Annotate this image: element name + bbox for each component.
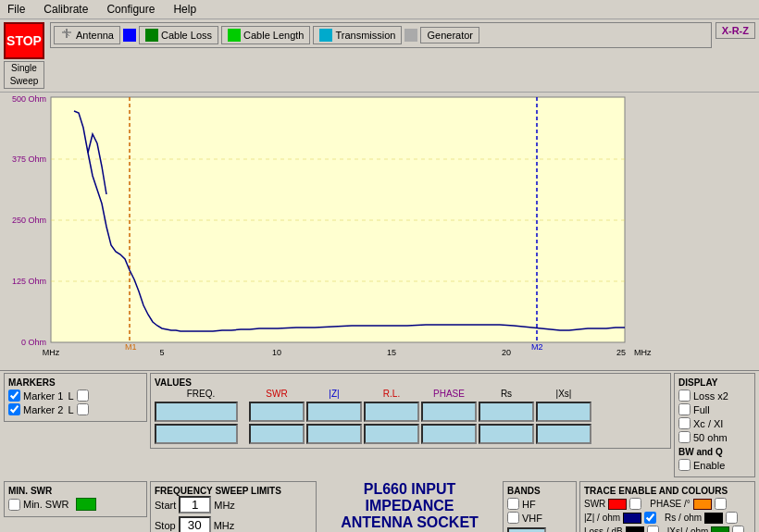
cable-length-icon	[228, 29, 241, 42]
menu-bar: File Calibrate Configure Help	[0, 0, 759, 19]
svg-rect-3	[51, 97, 625, 342]
loss-x2-label: Loss x2	[693, 390, 728, 402]
marker2-checkbox[interactable]	[8, 403, 20, 415]
svg-text:10: 10	[272, 348, 281, 357]
svg-text:M2: M2	[531, 342, 543, 352]
svg-text:MHz: MHz	[43, 348, 60, 357]
menu-calibrate[interactable]: Calibrate	[40, 2, 92, 17]
main-subtitle: ANTENNA SOCKET	[341, 514, 479, 531]
iz-trace-checkbox[interactable]	[644, 512, 656, 524]
freq-header: FREQ.	[155, 388, 247, 400]
marker2-l-checkbox[interactable]	[77, 403, 89, 415]
stop-unit: MHz	[214, 520, 235, 531]
marker1-iz[interactable]: 435.01	[306, 402, 362, 422]
freq-sweep-title: FREQUENCY SWEEP LIMITS	[155, 486, 312, 496]
ixs-trace-checkbox[interactable]	[732, 526, 744, 532]
menu-file[interactable]: File	[4, 2, 29, 17]
tab-cable-loss[interactable]: Cable Loss	[139, 26, 218, 44]
bands-title: BANDS	[507, 486, 572, 496]
trace-panel: TRACE ENABLE AND COLOURS SWR PHASE /° |Z…	[579, 481, 755, 532]
svg-text:15: 15	[387, 348, 396, 357]
rs-header: Rs	[479, 388, 534, 400]
chart-container: 500 Ohm 375 Ohm 250 Ohm 125 Ohm 0 Ohm 5 …	[0, 93, 759, 370]
tab-transmission[interactable]: Transmission	[313, 26, 402, 44]
freq-sweep-panel: FREQUENCY SWEEP LIMITS Start MHz Stop MH…	[150, 481, 317, 532]
tab-antenna[interactable]: Antenna	[54, 26, 120, 44]
svg-text:125 Ohm: 125 Ohm	[12, 277, 46, 286]
marker1-row: Marker 1 L	[8, 390, 143, 402]
values-panel: VALUES FREQ. SWR |Z| R.L. PHASE Rs |Xs| …	[150, 373, 671, 449]
tab-cable-length-label: Cable Length	[243, 30, 304, 41]
marker1-ixs	[536, 402, 591, 422]
loss-trace-checkbox[interactable]	[647, 526, 659, 532]
trace-rs-label: Rs / ohm	[665, 513, 702, 523]
loss-x2-checkbox[interactable]	[678, 390, 691, 402]
phase-color-box	[693, 499, 712, 510]
marker1-swr	[249, 402, 305, 422]
bw-q-label: BW and Q	[678, 447, 751, 457]
full-label: Full	[693, 404, 710, 415]
single-sweep-button[interactable]: Single Sweep	[4, 61, 44, 89]
svg-text:M1: M1	[125, 342, 137, 352]
stop-label: Stop	[155, 520, 176, 531]
swr-header: SWR	[249, 388, 305, 400]
xrz-label: X-R-Z	[715, 22, 755, 39]
svg-text:5: 5	[159, 348, 164, 357]
menu-help[interactable]: Help	[169, 2, 200, 17]
full-checkbox[interactable]	[678, 403, 691, 415]
marker1-l-checkbox[interactable]	[77, 390, 89, 402]
marker2-ixs	[536, 424, 591, 444]
svg-text:MHz: MHz	[634, 348, 652, 357]
rl-header: R.L.	[364, 388, 419, 400]
menu-configure[interactable]: Configure	[103, 2, 158, 17]
antenna-color	[123, 29, 136, 42]
svg-text:375 Ohm: 375 Ohm	[12, 155, 46, 164]
tab-generator[interactable]: Generator	[420, 27, 479, 43]
title-area: PL660 INPUT IMPEDANCE ANTENNA SOCKET	[319, 481, 500, 531]
ohm50-checkbox[interactable]	[678, 431, 691, 443]
trace-ixs-label: |Xs| / ohm	[667, 526, 709, 532]
xc-xl-label: Xc / XI	[693, 418, 723, 429]
tab-generator-label: Generator	[427, 30, 473, 41]
marker1-freq[interactable]: 2,160,000	[155, 402, 238, 422]
enable-label: Enable	[693, 460, 725, 471]
trace-iz-label: |Z| / ohm	[584, 513, 620, 523]
marker2-freq[interactable]: 23,272,000	[155, 424, 238, 444]
xc-xl-checkbox[interactable]	[678, 417, 691, 429]
tab-cable-loss-label: Cable Loss	[161, 30, 212, 41]
marker1-l: L	[68, 390, 73, 402]
trace-phase-label: PHASE /°	[650, 499, 690, 509]
svg-text:250 Ohm: 250 Ohm	[12, 216, 46, 225]
tab-antenna-label: Antenna	[76, 30, 114, 41]
steps-display: 500 Steps	[507, 527, 546, 532]
stop-value[interactable]	[179, 516, 211, 532]
stop-button[interactable]: STOP	[4, 22, 44, 59]
marker2-iz[interactable]: 33.92	[306, 424, 362, 444]
min-swr-checkbox[interactable]	[8, 499, 20, 511]
marker2-phase	[421, 424, 477, 444]
svg-text:25: 25	[616, 348, 626, 357]
vhf-checkbox[interactable]	[507, 512, 519, 524]
tab-cable-length[interactable]: Cable Length	[221, 26, 310, 44]
min-swr-color	[76, 498, 96, 511]
marker2-l: L	[68, 404, 73, 415]
hf-checkbox[interactable]	[507, 498, 519, 510]
marker1-rs	[479, 402, 534, 422]
display-title: DISPLAY	[678, 377, 751, 388]
start-value[interactable]	[179, 496, 211, 513]
iz-header: |Z|	[306, 388, 362, 400]
trace-loss-label: Loss / dB	[584, 526, 623, 532]
marker1-checkbox[interactable]	[8, 390, 20, 402]
start-unit: MHz	[214, 500, 235, 511]
marker2-rs	[479, 424, 534, 444]
marker2-label: Marker 2	[23, 404, 63, 415]
start-label: Start	[155, 500, 176, 511]
swr-trace-checkbox[interactable]	[629, 498, 641, 510]
marker2-row: Marker 2 L	[8, 403, 143, 415]
enable-checkbox[interactable]	[678, 459, 691, 471]
phase-trace-checkbox[interactable]	[715, 498, 727, 510]
swr-color-box	[608, 499, 627, 510]
chart-svg: 500 Ohm 375 Ohm 250 Ohm 125 Ohm 0 Ohm 5 …	[0, 93, 759, 370]
rs-trace-checkbox[interactable]	[726, 512, 738, 524]
marker1-label: Marker 1	[23, 390, 63, 402]
